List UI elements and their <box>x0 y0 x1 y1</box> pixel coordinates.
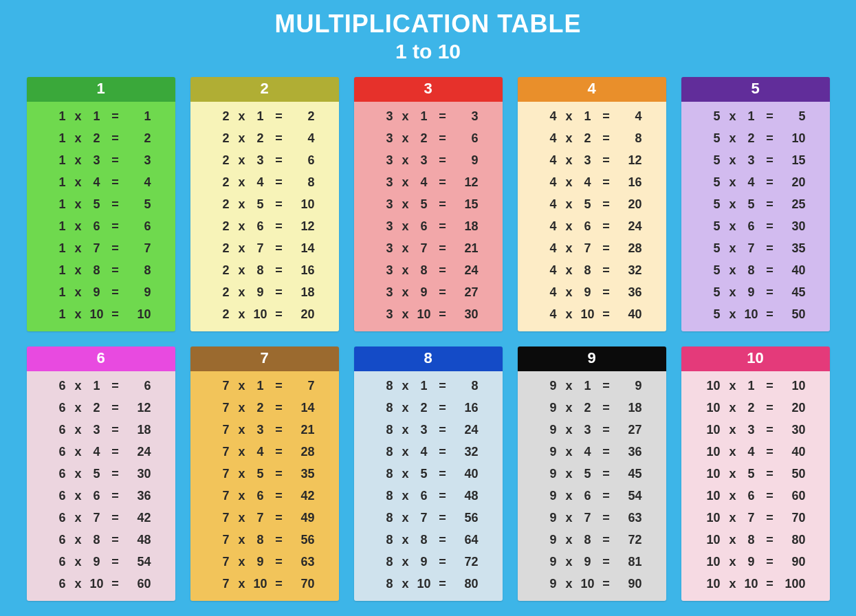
multiply-symbol: x <box>561 577 578 592</box>
product: 10 <box>287 197 315 212</box>
table-card-header: 9 <box>518 346 666 371</box>
equals-symbol: = <box>107 511 124 526</box>
multiplicand: 6 <box>51 511 70 526</box>
multiplicand: 10 <box>705 379 725 394</box>
product: 35 <box>287 467 315 482</box>
equals-symbol: = <box>107 153 124 168</box>
table-row: 6x7=42 <box>36 511 166 526</box>
multiply-symbol: x <box>397 197 414 212</box>
multiply-symbol: x <box>70 489 87 504</box>
multiplier: 5 <box>250 197 271 212</box>
product: 40 <box>615 307 642 322</box>
table-row: 6x5=30 <box>36 467 166 482</box>
equals-symbol: = <box>435 445 451 460</box>
multiplicand: 8 <box>378 467 397 482</box>
multiply-symbol: x <box>561 131 578 146</box>
table-row: 6x10=60 <box>36 577 166 592</box>
equals-symbol: = <box>598 379 615 394</box>
multiply-symbol: x <box>561 401 578 416</box>
table-card-body: 4x1=44x2=84x3=124x4=164x5=204x6=244x7=28… <box>518 102 666 331</box>
multiplier: 2 <box>741 131 762 146</box>
multiplicand: 1 <box>51 219 70 234</box>
multiplicand: 9 <box>542 555 561 570</box>
product: 20 <box>778 175 806 190</box>
equals-symbol: = <box>762 401 778 416</box>
table-row: 3x2=6 <box>364 131 493 146</box>
multiplicand: 6 <box>51 445 70 460</box>
table-card-body: 8x1=88x2=168x3=248x4=328x5=408x6=488x7=5… <box>354 371 503 601</box>
product: 49 <box>287 511 315 526</box>
multiplicand: 3 <box>378 175 397 190</box>
product: 18 <box>615 401 642 416</box>
multiplicand: 1 <box>51 153 70 168</box>
product: 63 <box>615 511 642 526</box>
equals-symbol: = <box>435 109 451 124</box>
multiply-symbol: x <box>397 489 414 504</box>
equals-symbol: = <box>107 555 124 570</box>
table-row: 8x10=80 <box>364 577 493 592</box>
table-row: 10x1=10 <box>691 379 820 394</box>
table-card-4: 44x1=44x2=84x3=124x4=164x5=204x6=244x7=2… <box>518 77 666 331</box>
equals-symbol: = <box>271 511 287 526</box>
table-row: 3x7=21 <box>364 241 493 256</box>
multiplicand: 10 <box>705 511 725 526</box>
multiply-symbol: x <box>561 467 578 482</box>
multiplier: 9 <box>87 555 107 570</box>
table-card-header: 2 <box>190 77 339 102</box>
table-row: 6x2=12 <box>36 401 166 416</box>
multiplier: 4 <box>414 445 435 460</box>
multiplicand: 3 <box>378 131 397 146</box>
equals-symbol: = <box>271 175 287 190</box>
equals-symbol: = <box>762 423 778 438</box>
equals-symbol: = <box>107 241 124 256</box>
equals-symbol: = <box>107 219 124 234</box>
equals-symbol: = <box>762 109 778 124</box>
multiplier: 7 <box>87 241 107 256</box>
multiplicand: 9 <box>542 511 561 526</box>
multiplier: 9 <box>741 555 762 570</box>
multiply-symbol: x <box>725 511 741 526</box>
multiply-symbol: x <box>234 175 250 190</box>
equals-symbol: = <box>271 197 287 212</box>
multiplicand: 9 <box>542 423 561 438</box>
multiplier: 7 <box>87 511 107 526</box>
table-card-header: 7 <box>190 346 339 371</box>
multiply-symbol: x <box>397 555 414 570</box>
multiplier: 6 <box>250 219 271 234</box>
product: 6 <box>124 219 151 234</box>
multiplicand: 4 <box>542 175 561 190</box>
table-row: 2x8=16 <box>200 263 329 278</box>
table-row: 9x9=81 <box>527 555 657 570</box>
product: 42 <box>124 511 151 526</box>
product: 5 <box>778 109 806 124</box>
multiply-symbol: x <box>70 467 87 482</box>
product: 48 <box>124 533 151 548</box>
multiplicand: 4 <box>542 219 561 234</box>
table-row: 6x1=6 <box>36 379 166 394</box>
multiply-symbol: x <box>725 131 741 146</box>
equals-symbol: = <box>762 153 778 168</box>
table-row: 10x3=30 <box>691 423 820 438</box>
product: 15 <box>778 153 806 168</box>
product: 15 <box>451 197 479 212</box>
product: 32 <box>451 445 479 460</box>
product: 30 <box>778 219 806 234</box>
equals-symbol: = <box>107 533 124 548</box>
product: 8 <box>287 175 315 190</box>
multiplier: 9 <box>250 555 271 570</box>
table-row: 7x8=56 <box>200 533 329 548</box>
table-row: 5x2=10 <box>691 131 820 146</box>
multiplier: 8 <box>414 263 435 278</box>
equals-symbol: = <box>598 219 615 234</box>
multiplicand: 7 <box>215 533 234 548</box>
table-row: 9x7=63 <box>527 511 657 526</box>
multiplicand: 3 <box>378 285 397 300</box>
multiply-symbol: x <box>397 533 414 548</box>
equals-symbol: = <box>598 533 615 548</box>
multiply-symbol: x <box>397 109 414 124</box>
multiplicand: 3 <box>378 197 397 212</box>
multiplicand: 4 <box>542 285 561 300</box>
product: 60 <box>124 577 151 592</box>
table-row: 7x7=49 <box>200 511 329 526</box>
equals-symbol: = <box>271 285 287 300</box>
